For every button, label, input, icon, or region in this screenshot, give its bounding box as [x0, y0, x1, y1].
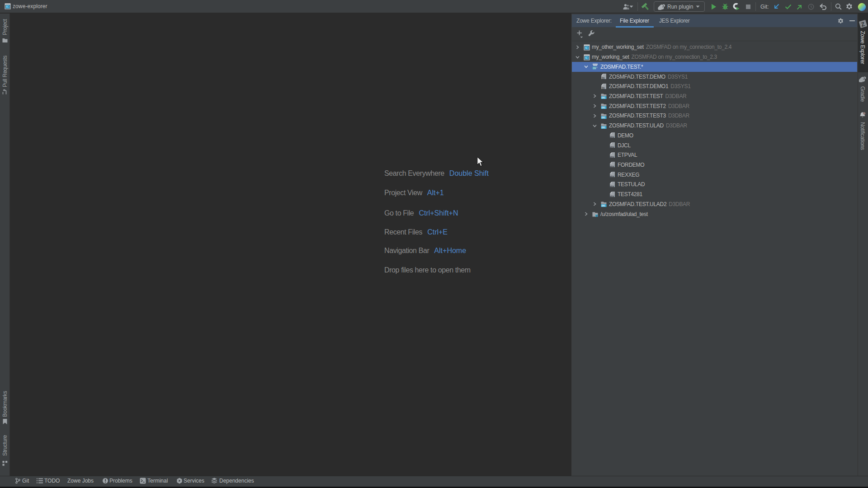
svg-text:DS: DS	[602, 106, 605, 109]
svg-text:*: *	[596, 66, 598, 70]
svg-text:MEM: MEM	[609, 146, 614, 149]
svg-text:DS: DS	[602, 77, 605, 80]
svg-text:MEM: MEM	[609, 166, 614, 168]
svg-text:DS: DS	[593, 67, 596, 70]
svg-text:DS: DS	[602, 126, 605, 129]
svg-text:DS: DS	[602, 96, 605, 99]
svg-text:DS: DS	[602, 116, 605, 119]
svg-text:MEM: MEM	[609, 136, 614, 139]
svg-text:DS: DS	[602, 204, 605, 207]
svg-text:MEM: MEM	[609, 195, 614, 197]
svg-text:M: M	[596, 215, 598, 217]
svg-text:DS: DS	[602, 87, 605, 89]
svg-text:MEM: MEM	[609, 185, 614, 188]
svg-text:MEM: MEM	[609, 176, 614, 178]
svg-text:MEM: MEM	[609, 156, 614, 158]
